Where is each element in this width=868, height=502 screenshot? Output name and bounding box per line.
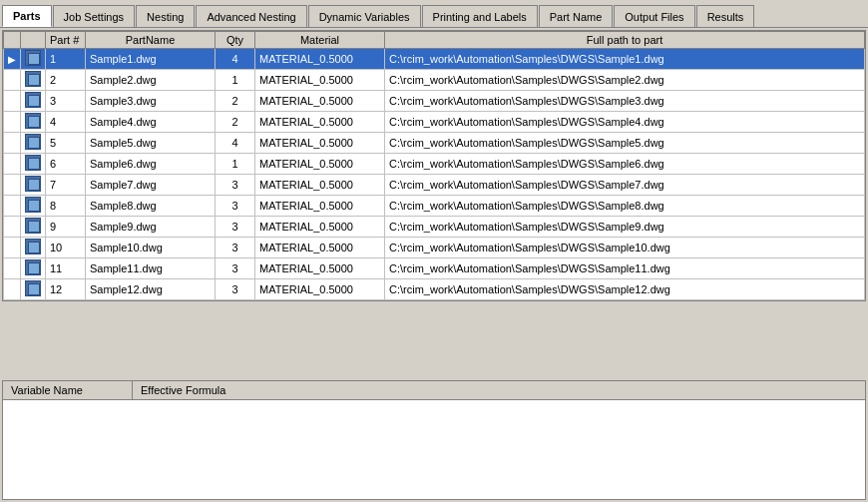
table-row[interactable]: 3Sample3.dwg2MATERIAL_0.5000C:\rcim_work…: [4, 91, 865, 112]
row-path: C:\rcim_work\Automation\Samples\DWGS\Sam…: [385, 49, 865, 70]
row-material: MATERIAL_0.5000: [255, 279, 385, 300]
part-icon: [25, 239, 41, 254]
row-icon-cell: [21, 49, 46, 70]
tab-dynamic-variables[interactable]: Dynamic Variables: [308, 5, 421, 27]
part-icon: [25, 50, 41, 66]
row-path: C:\rcim_work\Automation\Samples\DWGS\Sam…: [385, 91, 865, 112]
row-qty: 3: [216, 217, 255, 238]
row-partnum: 4: [46, 112, 86, 133]
tab-printing-and-labels[interactable]: Printing and Labels: [422, 5, 538, 27]
bottom-col-formula: Effective Formula: [133, 381, 262, 399]
tab-nesting[interactable]: Nesting: [136, 5, 195, 27]
tab-output-files[interactable]: Output Files: [614, 5, 694, 27]
row-arrow: [4, 154, 21, 175]
row-arrow: [4, 133, 21, 154]
row-material: MATERIAL_0.5000: [255, 258, 385, 279]
row-path: C:\rcim_work\Automation\Samples\DWGS\Sam…: [385, 279, 865, 300]
col-header-partnum: Part #: [46, 32, 86, 49]
row-partname: Sample3.dwg: [86, 91, 216, 112]
tab-part-name[interactable]: Part Name: [539, 5, 614, 27]
row-icon-cell: [21, 217, 46, 238]
row-arrow: ▶: [4, 49, 21, 70]
row-path: C:\rcim_work\Automation\Samples\DWGS\Sam…: [385, 238, 865, 258]
bottom-header: Variable Name Effective Formula: [3, 381, 865, 400]
col-header-qty: Qty: [216, 32, 255, 49]
row-partname: Sample12.dwg: [86, 279, 216, 300]
row-path: C:\rcim_work\Automation\Samples\DWGS\Sam…: [385, 175, 865, 196]
row-qty: 3: [216, 238, 255, 258]
row-partnum: 7: [46, 175, 86, 196]
bottom-content: [3, 400, 865, 496]
table-row[interactable]: 10Sample10.dwg3MATERIAL_0.5000C:\rcim_wo…: [4, 238, 865, 258]
row-partname: Sample5.dwg: [86, 133, 216, 154]
row-qty: 4: [216, 133, 255, 154]
table-row[interactable]: 2Sample2.dwg1MATERIAL_0.5000C:\rcim_work…: [4, 70, 865, 91]
row-arrow: [4, 196, 21, 217]
part-icon: [25, 134, 41, 150]
tab-bar: PartsJob SettingsNestingAdvanced Nesting…: [0, 0, 868, 28]
part-icon: [25, 259, 41, 275]
row-partnum: 6: [46, 154, 86, 175]
table-row[interactable]: 7Sample7.dwg3MATERIAL_0.5000C:\rcim_work…: [4, 175, 865, 196]
row-arrow: [4, 112, 21, 133]
table-row[interactable]: ▶1Sample1.dwg4MATERIAL_0.5000C:\rcim_wor…: [4, 49, 865, 70]
table-row[interactable]: 5Sample5.dwg4MATERIAL_0.5000C:\rcim_work…: [4, 133, 865, 154]
row-path: C:\rcim_work\Automation\Samples\DWGS\Sam…: [385, 133, 865, 154]
row-icon-cell: [21, 133, 46, 154]
row-partnum: 9: [46, 217, 86, 238]
row-partname: Sample6.dwg: [86, 154, 216, 175]
tab-parts[interactable]: Parts: [2, 5, 52, 27]
tab-results[interactable]: Results: [696, 5, 755, 27]
table-row[interactable]: 9Sample9.dwg3MATERIAL_0.5000C:\rcim_work…: [4, 217, 865, 238]
row-partname: Sample2.dwg: [86, 70, 216, 91]
row-path: C:\rcim_work\Automation\Samples\DWGS\Sam…: [385, 258, 865, 279]
row-partname: Sample9.dwg: [86, 217, 216, 238]
row-icon-cell: [21, 91, 46, 112]
row-partnum: 5: [46, 133, 86, 154]
part-icon: [25, 71, 41, 87]
row-material: MATERIAL_0.5000: [255, 175, 385, 196]
row-material: MATERIAL_0.5000: [255, 91, 385, 112]
table-row[interactable]: 11Sample11.dwg3MATERIAL_0.5000C:\rcim_wo…: [4, 258, 865, 279]
row-icon-cell: [21, 112, 46, 133]
part-icon: [25, 92, 41, 108]
row-material: MATERIAL_0.5000: [255, 112, 385, 133]
main-area: Part # PartName Qty Material Full path t…: [0, 28, 868, 502]
table-row[interactable]: 12Sample12.dwg3MATERIAL_0.5000C:\rcim_wo…: [4, 279, 865, 300]
table-row[interactable]: 6Sample6.dwg1MATERIAL_0.5000C:\rcim_work…: [4, 154, 865, 175]
row-arrow: [4, 258, 21, 279]
row-partname: Sample10.dwg: [86, 238, 216, 258]
row-partnum: 2: [46, 70, 86, 91]
col-header-arrow: [4, 32, 21, 49]
part-icon: [25, 280, 41, 296]
row-path: C:\rcim_work\Automation\Samples\DWGS\Sam…: [385, 70, 865, 91]
row-arrow: [4, 217, 21, 238]
row-partname: Sample8.dwg: [86, 196, 216, 217]
row-material: MATERIAL_0.5000: [255, 238, 385, 258]
row-icon-cell: [21, 70, 46, 91]
row-qty: 3: [216, 175, 255, 196]
row-qty: 2: [216, 91, 255, 112]
row-partname: Sample7.dwg: [86, 175, 216, 196]
tab-advanced-nesting[interactable]: Advanced Nesting: [196, 5, 306, 27]
row-arrow: [4, 238, 21, 258]
part-icon: [25, 218, 41, 234]
row-qty: 3: [216, 196, 255, 217]
row-material: MATERIAL_0.5000: [255, 154, 385, 175]
row-arrow: [4, 279, 21, 300]
part-icon: [25, 113, 41, 129]
row-qty: 4: [216, 49, 255, 70]
table-row[interactable]: 8Sample8.dwg3MATERIAL_0.5000C:\rcim_work…: [4, 196, 865, 217]
row-partnum: 11: [46, 258, 86, 279]
row-arrow: [4, 70, 21, 91]
row-partname: Sample1.dwg: [86, 49, 216, 70]
tab-job-settings[interactable]: Job Settings: [53, 5, 136, 27]
bottom-section: Variable Name Effective Formula: [2, 380, 866, 500]
row-icon-cell: [21, 279, 46, 300]
row-qty: 1: [216, 70, 255, 91]
col-header-icon: [21, 32, 46, 49]
table-row[interactable]: 4Sample4.dwg2MATERIAL_0.5000C:\rcim_work…: [4, 112, 865, 133]
row-icon-cell: [21, 258, 46, 279]
row-qty: 3: [216, 258, 255, 279]
row-partnum: 12: [46, 279, 86, 300]
